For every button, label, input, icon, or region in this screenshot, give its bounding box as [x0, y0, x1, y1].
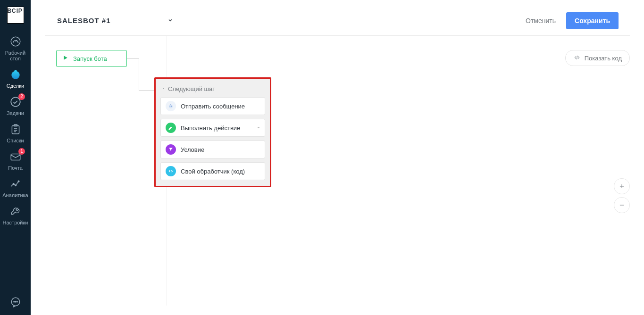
dropdown-arrow-icon[interactable] — [256, 124, 261, 132]
dashboard-icon — [9, 35, 22, 48]
topbar: SALESBOT #1 Отменить Сохранить — [45, 6, 630, 36]
bot-title[interactable]: SALESBOT #1 — [57, 17, 111, 25]
robot-icon — [166, 101, 176, 111]
chevron-down-icon[interactable] — [167, 17, 173, 25]
svg-rect-5 — [12, 125, 19, 133]
show-code-button[interactable]: Показать код — [565, 50, 630, 66]
svg-rect-9 — [11, 154, 20, 160]
start-node-label: Запуск бота — [73, 55, 107, 62]
play-icon — [62, 55, 68, 62]
svg-point-12 — [18, 181, 19, 182]
svg-point-11 — [15, 185, 16, 186]
badge-count: 2 — [18, 93, 25, 100]
sidebar-item-label: Настройки — [3, 220, 28, 225]
zoom-in-button[interactable] — [614, 178, 630, 194]
svg-point-14 — [13, 301, 14, 302]
filter-icon — [166, 144, 176, 155]
svg-point-18 — [169, 106, 170, 107]
chat-icon — [9, 296, 22, 308]
sidebar-item-settings[interactable]: Настройки — [0, 201, 31, 228]
left-sidebar: BC IP Рабочий стол Сделки Задачи 2 Списк… — [0, 0, 31, 315]
zoom-controls — [614, 178, 630, 216]
sidebar-item-label: Почта — [8, 165, 23, 171]
step-panel-header: Следующий шаг — [161, 85, 264, 92]
svg-point-20 — [170, 104, 171, 104]
analytics-icon — [9, 177, 22, 191]
connector-line — [139, 58, 139, 91]
chevron-right-icon — [161, 85, 165, 92]
deals-icon — [9, 68, 22, 81]
sidebar-item-label: Списки — [7, 138, 24, 143]
main-area: SALESBOT #1 Отменить Сохранить Запуск бо… — [31, 0, 644, 315]
svg-point-2 — [11, 71, 19, 79]
plus-icon — [619, 183, 625, 190]
step-panel-header-label: Следующий шаг — [168, 85, 215, 92]
save-button[interactable]: Сохранить — [566, 12, 619, 29]
sidebar-item-mail[interactable]: Почта 1 — [0, 146, 31, 174]
step-option-label: Отправить сообщение — [181, 103, 245, 110]
next-step-panel: Следующий шаг Отправить сообщение Выполн… — [154, 77, 271, 187]
step-option-send-message[interactable]: Отправить сообщение — [160, 97, 265, 115]
svg-point-19 — [171, 106, 172, 107]
sidebar-item-deals[interactable]: Сделки — [0, 64, 31, 91]
logo: BC IP — [7, 7, 24, 24]
logo-part-2: IP — [16, 7, 24, 23]
flow-canvas[interactable]: Запуск бота Следующий шаг Отправить сооб… — [45, 36, 630, 306]
step-option-execute-action[interactable]: Выполнить действие — [160, 119, 265, 137]
sidebar-item-analytics[interactable]: Аналитика — [0, 174, 31, 201]
step-option-condition[interactable]: Условие — [160, 141, 265, 158]
svg-point-10 — [13, 183, 14, 185]
svg-point-16 — [17, 301, 17, 302]
svg-point-4 — [11, 97, 20, 107]
step-option-custom-handler[interactable]: Свой обработчик (код) — [160, 162, 265, 180]
sidebar-item-label: Задачи — [7, 110, 24, 116]
show-code-label: Показать код — [585, 55, 622, 62]
zoom-out-button[interactable] — [614, 197, 630, 213]
minus-icon — [619, 202, 625, 208]
step-option-label: Выполнить действие — [181, 124, 240, 132]
editor-panel: SALESBOT #1 Отменить Сохранить Запуск бо… — [45, 6, 630, 306]
sidebar-item-label: Аналитика — [2, 192, 28, 198]
code-icon — [166, 166, 176, 176]
wrench-icon — [9, 205, 22, 218]
logo-part-1: BC — [8, 7, 16, 23]
connector-line — [139, 90, 155, 91]
cancel-button[interactable]: Отменить — [519, 13, 562, 28]
sidebar-item-lists[interactable]: Списки — [0, 119, 31, 146]
start-bot-node[interactable]: Запуск бота — [56, 50, 127, 67]
sidebar-item-label: Рабочий стол — [5, 50, 25, 61]
svg-rect-3 — [14, 70, 16, 71]
step-option-label: Свой обработчик (код) — [181, 168, 245, 175]
lists-icon — [9, 123, 22, 136]
step-option-label: Условие — [181, 146, 204, 153]
connector-line — [127, 58, 139, 59]
sidebar-item-label: Сделки — [7, 83, 25, 89]
svg-point-15 — [15, 301, 16, 302]
code-icon — [573, 54, 581, 62]
badge-count: 1 — [18, 148, 25, 155]
sidebar-item-tasks[interactable]: Задачи 2 — [0, 91, 31, 119]
pencil-icon — [166, 123, 176, 133]
sidebar-item-dashboard[interactable]: Рабочий стол — [0, 31, 31, 64]
chat-button[interactable] — [0, 290, 31, 315]
